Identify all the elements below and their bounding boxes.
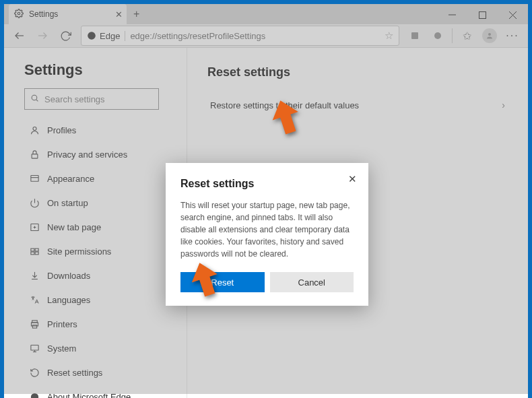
- cancel-button[interactable]: Cancel: [270, 272, 354, 292]
- sidebar-item-languages[interactable]: Languages: [24, 288, 176, 312]
- divider: [452, 28, 453, 43]
- more-menu-button[interactable]: ···: [501, 26, 524, 46]
- newtab-icon: [27, 222, 42, 232]
- chevron-right-icon: ›: [502, 100, 505, 110]
- close-icon[interactable]: ✕: [345, 172, 359, 186]
- sidebar-item-system[interactable]: System: [24, 336, 176, 360]
- lock-icon: [27, 150, 42, 160]
- annotation-arrow-2: [189, 262, 222, 302]
- close-tab-icon[interactable]: ✕: [115, 9, 123, 20]
- system-icon: [27, 343, 42, 354]
- favorites-star-icon[interactable]: ✩: [455, 26, 478, 46]
- language-icon: [27, 295, 42, 305]
- sidebar-item-about[interactable]: About Microsoft Edge: [24, 385, 176, 398]
- svg-point-0: [18, 12, 20, 15]
- svg-rect-2: [479, 11, 486, 18]
- sidebar: Settings Search settings Profiles Privac…: [4, 48, 187, 398]
- dialog-body: This will reset your startup page, new t…: [180, 199, 354, 260]
- printer-icon: [27, 319, 42, 329]
- sidebar-item-reset[interactable]: Reset settings: [24, 360, 176, 385]
- tab-title: Settings: [29, 9, 58, 19]
- search-icon: [30, 94, 39, 104]
- svg-rect-15: [30, 175, 38, 181]
- tab-settings[interactable]: Settings ✕: [9, 4, 127, 24]
- search-placeholder: Search settings: [44, 94, 105, 104]
- dialog-title: Reset settings: [180, 178, 354, 190]
- reset-icon: [27, 368, 42, 378]
- svg-point-11: [32, 95, 37, 100]
- permissions-icon: [27, 246, 42, 257]
- close-window-button[interactable]: [498, 4, 528, 26]
- svg-point-32: [30, 393, 38, 398]
- new-tab-button[interactable]: +: [127, 4, 146, 24]
- sidebar-item-startup[interactable]: On startup: [24, 191, 176, 215]
- address-bar: Edge edge://settings/resetProfileSetting…: [4, 24, 528, 48]
- browser-brand: Edge: [100, 31, 120, 41]
- svg-point-9: [434, 32, 441, 39]
- address-field[interactable]: Edge edge://settings/resetProfileSetting…: [81, 26, 399, 46]
- svg-rect-28: [32, 325, 36, 327]
- sidebar-item-printers[interactable]: Printers: [24, 312, 176, 336]
- gear-icon: [14, 9, 24, 20]
- sidebar-item-profiles[interactable]: Profiles: [24, 118, 176, 142]
- svg-point-13: [33, 127, 36, 130]
- search-input[interactable]: Search settings: [24, 88, 159, 110]
- svg-rect-21: [30, 248, 34, 251]
- sidebar-item-newtab[interactable]: New tab page: [24, 215, 176, 239]
- star-icon[interactable]: ☆: [385, 30, 393, 42]
- svg-point-10: [488, 33, 491, 36]
- toolbar-icon-1[interactable]: [403, 26, 426, 46]
- sidebar-item-permissions[interactable]: Site permissions: [24, 239, 176, 263]
- refresh-button[interactable]: [54, 24, 77, 47]
- restore-settings-row[interactable]: Restore settings to their default values…: [207, 94, 508, 116]
- tab-bar: Settings ✕ +: [4, 4, 528, 24]
- toolbar-icon-2[interactable]: [426, 26, 449, 46]
- svg-rect-24: [35, 252, 38, 255]
- sidebar-item-downloads[interactable]: Downloads: [24, 263, 176, 288]
- download-icon: [27, 271, 42, 281]
- svg-rect-14: [32, 154, 38, 158]
- sidebar-title: Settings: [24, 61, 176, 79]
- minimize-button[interactable]: [437, 4, 467, 26]
- svg-rect-23: [30, 252, 34, 255]
- svg-line-12: [36, 100, 38, 101]
- annotation-arrow-1: [270, 100, 302, 140]
- power-icon: [27, 198, 42, 208]
- url-text: edge://settings/resetProfileSettings: [130, 31, 385, 41]
- page-title: Reset settings: [207, 65, 508, 79]
- svg-rect-8: [411, 32, 418, 39]
- maximize-button[interactable]: [467, 4, 498, 26]
- back-button[interactable]: [8, 24, 31, 47]
- sidebar-item-appearance[interactable]: Appearance: [24, 166, 176, 191]
- svg-point-7: [88, 32, 96, 40]
- sidebar-item-privacy[interactable]: Privacy and services: [24, 142, 176, 166]
- profile-avatar[interactable]: [478, 26, 501, 46]
- svg-rect-29: [30, 345, 38, 350]
- svg-rect-22: [35, 248, 38, 251]
- edge-icon: [27, 392, 42, 399]
- profile-icon: [27, 125, 42, 135]
- forward-button[interactable]: [31, 24, 54, 47]
- appearance-icon: [27, 174, 42, 184]
